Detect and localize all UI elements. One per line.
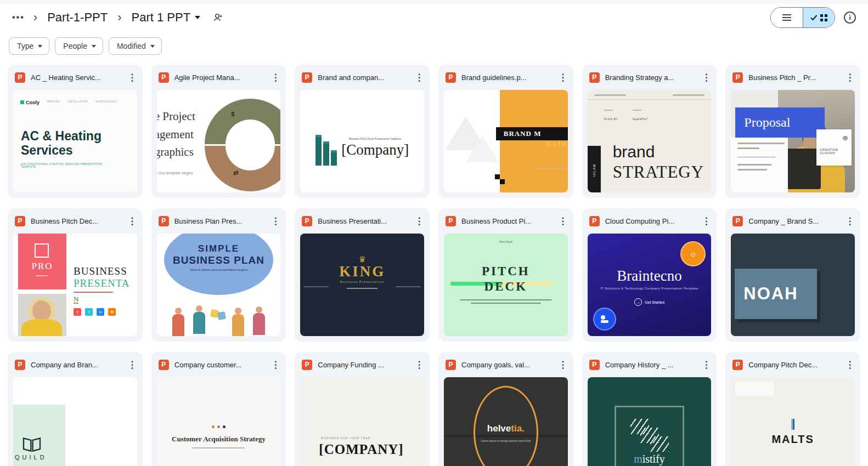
file-thumbnail: QUILD xyxy=(13,377,137,466)
filter-type[interactable]: Type xyxy=(9,37,49,55)
diamond-logo xyxy=(791,419,794,429)
slide-subtitle: e this template begins xyxy=(157,171,193,175)
file-card[interactable]: PCompany Funding ...⋮ BUSINESS FOR YOUR … xyxy=(295,352,430,466)
logo-text: CREATIVE CLOUDS xyxy=(820,148,848,155)
file-name: Business Pitch Dec... xyxy=(31,217,121,225)
file-card[interactable]: PBusiness Pitch _ Pr...⋮ Proposal ⊕ CREA… xyxy=(725,65,860,198)
file-thumbnail: BUSINESS FOR YOUR TEAM [COMPANY] xyxy=(300,377,424,466)
filter-people[interactable]: People xyxy=(55,37,103,55)
file-card[interactable]: PCompany _ Brand S...⋮ NOAH xyxy=(725,208,860,342)
file-card[interactable]: PBrand guidelines.p...⋮ BRAND M GUID xyxy=(438,65,573,198)
vertical-tab-label: HILAM xyxy=(588,146,601,192)
file-card[interactable]: PBusiness Product Pi...⋮ Pitch Deck PITC… xyxy=(438,208,573,342)
file-card[interactable]: PBrand and compan...⋮ Business Pitch Dec… xyxy=(295,65,430,198)
more-menu-icon[interactable]: ⋮ xyxy=(557,72,569,83)
list-view-button[interactable] xyxy=(771,8,803,27)
more-menu-icon[interactable]: ⋮ xyxy=(126,72,138,83)
more-menu-icon[interactable]: ⋮ xyxy=(269,215,281,227)
divider-line xyxy=(396,286,421,287)
file-grid: PAC _ Heating Servic...⋮ Cooly REPAIRS I… xyxy=(8,65,860,466)
title-block: NOAH xyxy=(735,269,817,319)
more-menu-icon[interactable]: ⋮ xyxy=(700,359,712,371)
file-card[interactable]: PCompany History _ ...⋮ mistify xyxy=(582,352,717,466)
file-thumbnail: ♛ KING Business Presentation xyxy=(300,234,424,336)
slide-title: AC & Heating Services xyxy=(21,129,111,158)
file-card[interactable]: PCloud Computing Pi...⋮ ☼ Braintecno IT … xyxy=(582,208,717,342)
more-menu-icon[interactable]: ⋮ xyxy=(557,359,569,371)
filter-bar: Type People Modified xyxy=(0,32,868,61)
more-menu-icon[interactable]: ⋮ xyxy=(844,215,856,227)
blue-blob: SIMPLE BUSINESS PLAN Here is where your … xyxy=(164,234,273,295)
more-menu-icon[interactable]: ⋮ xyxy=(700,72,712,83)
powerpoint-icon: P xyxy=(446,360,456,370)
slide-title: BUSINESS xyxy=(74,265,137,277)
file-card[interactable]: PCompany goals, val...⋮ helvetia. Lorem … xyxy=(438,352,573,466)
slide-title: Customer Acquisition Strategy xyxy=(157,435,281,444)
more-menu-icon[interactable]: ⋮ xyxy=(413,215,425,227)
file-card[interactable]: PAC _ Heating Servic...⋮ Cooly REPAIRS I… xyxy=(8,65,143,198)
file-card[interactable]: PCompany Pitch Dec...⋮ MALTS xyxy=(725,352,860,466)
powerpoint-icon: P xyxy=(589,72,600,83)
file-card[interactable]: PCompany and Bran...⋮ QUILD xyxy=(8,352,143,466)
more-menu-icon[interactable]: ⋮ xyxy=(269,359,281,371)
file-name: Business Presentati... xyxy=(318,217,408,225)
workstation-icon xyxy=(593,308,616,331)
more-menu-icon[interactable]: ⋮ xyxy=(557,215,569,227)
cycle-diagram: $ ⇄ xyxy=(205,99,280,186)
more-menu-icon[interactable]: ⋮ xyxy=(413,359,425,371)
info-icon[interactable]: i xyxy=(844,12,856,24)
square-decor xyxy=(500,179,505,184)
file-thumbnail: NOAH xyxy=(731,234,855,336)
breadcrumb-current[interactable]: Part 1 PPT xyxy=(127,8,205,27)
powerpoint-icon: P xyxy=(302,360,312,370)
people-icon: ⇄ xyxy=(233,169,238,177)
file-card[interactable]: PAgile Project Mana...⋮ e Projectagement… xyxy=(151,65,286,198)
filter-modified[interactable]: Modified xyxy=(109,37,162,55)
money-icon: $ xyxy=(231,111,234,117)
more-menu-icon[interactable]: ⋮ xyxy=(126,359,138,371)
grid-view-button[interactable] xyxy=(803,8,835,27)
more-menu-icon[interactable]: ⋮ xyxy=(844,72,856,83)
share-person-add-icon[interactable] xyxy=(212,12,223,23)
powerpoint-icon: P xyxy=(446,72,456,83)
more-menu-icon[interactable]: ⋮ xyxy=(700,215,712,227)
slide-subtitle: IT Solutions & Technology Company Presen… xyxy=(588,286,712,290)
slide-title: KING xyxy=(300,264,424,279)
people-illustration xyxy=(157,302,281,336)
file-thumbnail: Business Pitch Deck Presentation Templat… xyxy=(300,90,424,192)
text-placeholder xyxy=(192,447,245,448)
more-menu-icon[interactable]: ⋮ xyxy=(269,72,281,83)
file-thumbnail: ☼ Braintecno IT Solutions & Technology C… xyxy=(588,234,712,336)
file-card[interactable]: PBranding Strategy a...⋮ PLAN BY SparkPr… xyxy=(582,65,717,198)
slide-title: NOAH xyxy=(735,284,798,304)
text-placeholder xyxy=(444,299,568,304)
chevron-down-icon xyxy=(38,45,42,48)
arrow-right-icon: → xyxy=(634,298,642,306)
pro-block: PRO xyxy=(18,234,66,289)
file-card[interactable]: PBusiness Presentati...⋮ ♛ KING Business… xyxy=(295,208,430,342)
breadcrumb-more-icon[interactable]: ••• xyxy=(9,13,28,22)
more-menu-icon[interactable]: ⋮ xyxy=(126,215,138,227)
slide-title: SIMPLE xyxy=(164,243,273,254)
slide-title: PITCH xyxy=(444,264,568,279)
chevron-right-icon: › xyxy=(28,12,43,24)
powerpoint-icon: P xyxy=(159,216,169,226)
breadcrumb-parent[interactable]: Part-1-PPT xyxy=(43,8,112,27)
slide-title: mistify xyxy=(588,453,712,465)
file-card[interactable]: PBusiness Plan Pres...⋮ SIMPLE BUSINESS … xyxy=(151,208,286,342)
file-card[interactable]: PBusiness Pitch Dec...⋮ PRO BUSINESS PRE… xyxy=(8,208,143,342)
file-name: Agile Project Mana... xyxy=(174,73,264,82)
more-menu-icon[interactable]: ⋮ xyxy=(844,359,856,371)
file-name: Company Pitch Dec... xyxy=(748,361,838,369)
slide-eyebrow: Business Pitch Deck Presentation Templat… xyxy=(341,137,409,140)
slide-header-row xyxy=(588,90,712,100)
text-placeholder xyxy=(347,288,377,289)
file-thumbnail: PRO BUSINESS PRESENTA N f t in ✉ xyxy=(13,234,137,336)
slide-subtitle: Here is where your presentation begins xyxy=(164,268,273,271)
file-name: Business Plan Pres... xyxy=(174,217,264,225)
powerpoint-icon: P xyxy=(302,216,312,226)
more-menu-icon[interactable]: ⋮ xyxy=(413,72,425,83)
file-card[interactable]: PCompany customer...⋮ Customer Acquisiti… xyxy=(151,352,286,466)
slide-subtitle: AIR CONDITIONING & HEATING SERVICES PRES… xyxy=(21,163,114,168)
dot-decor xyxy=(157,425,281,428)
